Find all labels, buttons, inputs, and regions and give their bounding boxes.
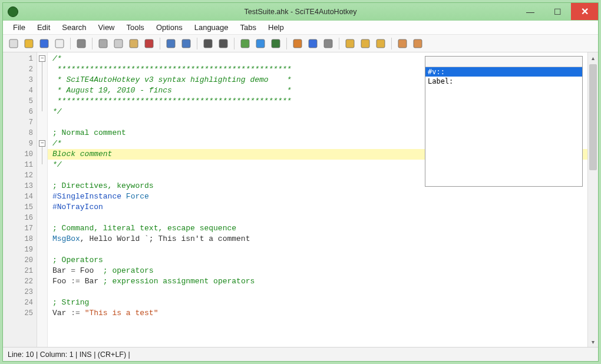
redo-button[interactable] — [179, 37, 193, 51]
delete-button[interactable] — [142, 37, 156, 51]
svg-rect-6 — [114, 39, 123, 48]
svg-rect-7 — [130, 39, 138, 48]
ext-1-button[interactable] — [343, 37, 357, 51]
toolbar-separator — [197, 38, 197, 49]
copy-button[interactable] — [111, 37, 126, 51]
minimize-button[interactable]: — — [517, 3, 544, 20]
toolbar-separator — [234, 38, 235, 49]
line-number: 10 — [3, 149, 33, 160]
code-line[interactable]: #NoTrayIcon — [52, 202, 587, 213]
menu-tools[interactable]: Tools — [121, 22, 150, 33]
ext-3-icon — [376, 39, 385, 48]
ext-2-button[interactable] — [358, 37, 372, 51]
ext-5-button[interactable] — [411, 37, 425, 51]
replace-button[interactable] — [216, 37, 230, 51]
tool-a-icon — [293, 39, 302, 48]
fold-column[interactable]: −− — [37, 52, 48, 347]
find-button[interactable] — [201, 37, 215, 51]
code-line[interactable]: MsgBox, Hello World `; This isn't a comm… — [52, 234, 587, 244]
tool-b-button[interactable] — [306, 37, 320, 51]
svg-rect-14 — [256, 39, 265, 48]
paste-button[interactable] — [127, 37, 141, 51]
svg-rect-0 — [9, 39, 18, 48]
code-line[interactable]: Bar = Foo ; operators — [52, 266, 587, 276]
ext-4-icon — [398, 39, 407, 48]
svg-rect-5 — [99, 39, 107, 48]
code-line[interactable]: Foo := Bar ; expression assignment opera… — [52, 276, 587, 287]
line-number: 24 — [3, 297, 33, 308]
scroll-up-arrow[interactable]: ▴ — [588, 52, 598, 63]
find-icon — [203, 39, 213, 48]
menu-help[interactable]: Help — [263, 22, 289, 33]
save-as-icon — [55, 39, 64, 48]
window-controls: — ☐ ✕ — [517, 3, 598, 20]
svg-rect-3 — [55, 39, 64, 48]
new-icon — [9, 39, 18, 48]
symbols-panel[interactable]: #v::Label: — [425, 56, 583, 187]
menu-view[interactable]: View — [93, 22, 120, 33]
menu-options[interactable]: Options — [151, 22, 188, 33]
code-line[interactable]: ; String — [52, 297, 587, 308]
statusbar: Line: 10 | Column: 1 | INS | (CR+LF) | — [3, 347, 598, 361]
code-line[interactable]: Var := "This is a test" — [52, 308, 587, 319]
svg-rect-18 — [324, 39, 332, 48]
replace-icon — [219, 39, 228, 48]
line-number: 8 — [3, 128, 33, 138]
fold-toggle[interactable]: − — [39, 55, 45, 62]
ext-5-icon — [413, 39, 422, 48]
menu-search[interactable]: Search — [57, 22, 91, 33]
scroll-thumb[interactable] — [589, 64, 597, 170]
line-number: 20 — [3, 255, 33, 266]
save-as-button[interactable] — [52, 37, 67, 51]
maximize-button[interactable]: ☐ — [544, 3, 571, 20]
code-line[interactable] — [52, 287, 587, 297]
undo-button[interactable] — [164, 37, 178, 51]
line-number: 4 — [3, 85, 33, 96]
new-button[interactable] — [6, 37, 21, 51]
line-number: 16 — [3, 213, 33, 223]
menu-edit[interactable]: Edit — [32, 22, 55, 33]
svg-rect-11 — [204, 39, 212, 48]
goto-prev-icon — [240, 39, 250, 48]
ext-1-icon — [345, 39, 355, 48]
scroll-down-arrow[interactable]: ▾ — [588, 336, 598, 347]
svg-rect-13 — [241, 39, 249, 48]
fold-guide — [42, 62, 42, 111]
code-line[interactable] — [52, 213, 587, 223]
vertical-scrollbar[interactable]: ▴ ▾ — [587, 52, 598, 347]
open-button[interactable] — [22, 37, 36, 51]
code-line[interactable] — [52, 244, 587, 255]
toolbar — [3, 35, 598, 52]
toolbar-separator — [286, 38, 287, 49]
ext-4-button[interactable] — [395, 37, 410, 51]
svg-rect-15 — [272, 39, 280, 48]
tool-a-button[interactable] — [290, 37, 305, 51]
debug-icon — [271, 39, 280, 48]
code-line[interactable]: #SingleInstance Force — [52, 191, 587, 202]
code-line[interactable]: ; Operators — [52, 255, 587, 266]
debug-button[interactable] — [269, 37, 283, 51]
tool-c-button[interactable] — [321, 37, 335, 51]
symbol-item[interactable]: Label: — [425, 77, 582, 86]
line-number: 18 — [3, 234, 33, 244]
menu-tabs[interactable]: Tabs — [235, 22, 262, 33]
ext-2-icon — [361, 39, 370, 48]
symbol-item[interactable]: #v:: — [425, 67, 582, 77]
cut-button[interactable] — [96, 37, 110, 51]
paste-icon — [129, 39, 138, 48]
fold-toggle[interactable]: − — [39, 140, 45, 147]
goto-prev-button[interactable] — [238, 37, 252, 51]
ext-3-button[interactable] — [374, 37, 388, 51]
menu-language[interactable]: Language — [189, 22, 234, 33]
svg-rect-1 — [25, 39, 33, 48]
fold-guide — [42, 147, 42, 164]
print-button[interactable] — [74, 37, 88, 51]
run-button[interactable] — [253, 37, 268, 51]
code-line[interactable]: ; Command, literal text, escape sequence — [52, 223, 587, 234]
app-icon — [8, 6, 18, 17]
save-button[interactable] — [37, 37, 51, 51]
menu-file[interactable]: File — [8, 22, 31, 33]
close-button[interactable]: ✕ — [571, 3, 598, 20]
delete-icon — [144, 39, 154, 48]
menubar: FileEditSearchViewToolsOptionsLanguageTa… — [3, 21, 598, 35]
